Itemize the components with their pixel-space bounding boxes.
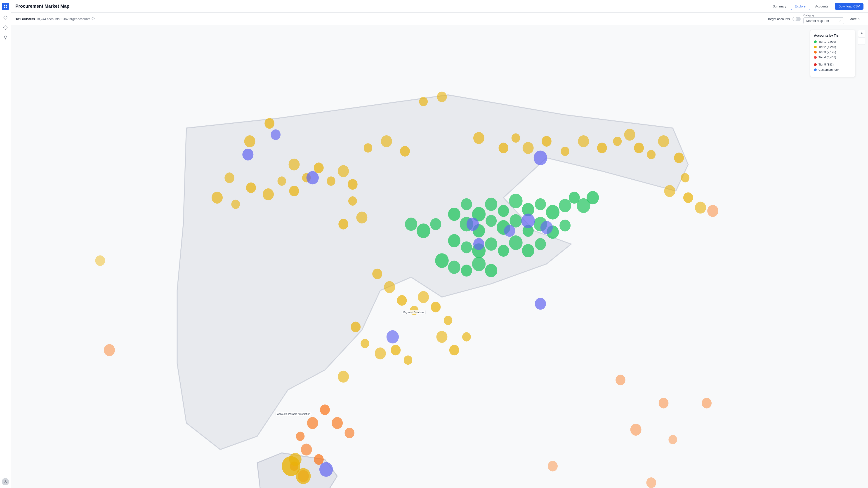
svg-rect-0 (4, 5, 5, 6)
svg-rect-2 (4, 6, 5, 8)
scatter-plot[interactable] (11, 25, 326, 183)
app-logo[interactable] (2, 3, 9, 10)
subheader: 131 clusters 18,244 accounts • 984 targe… (11, 13, 326, 25)
svg-rect-1 (5, 5, 7, 6)
page-title: Procurement Market Map (16, 4, 326, 9)
svg-point-26 (314, 162, 324, 173)
map-canvas[interactable]: Payment Solutions Accounts Payable Autom… (11, 25, 326, 183)
cluster-info: 131 clusters 18,244 accounts • 984 targe… (16, 17, 326, 21)
sidebar-nav-compass[interactable] (1, 13, 9, 22)
svg-rect-3 (5, 6, 7, 8)
svg-point-4 (4, 16, 7, 20)
main-content: Payment Solutions Accounts Payable Autom… (11, 25, 326, 183)
sidebar-nav-bulb[interactable] (1, 33, 9, 41)
svg-point-25 (289, 159, 300, 170)
sidebar (0, 0, 11, 183)
header: Procurement Market Map Summary Explorer … (11, 0, 326, 13)
svg-point-15 (265, 118, 274, 129)
svg-point-17 (224, 172, 235, 183)
svg-point-16 (244, 135, 255, 147)
svg-marker-5 (4, 17, 6, 18)
svg-point-119 (242, 149, 253, 161)
info-icon[interactable] (92, 17, 95, 21)
cluster-count: 131 clusters (16, 17, 35, 21)
sidebar-nav-settings[interactable] (1, 24, 9, 32)
svg-point-6 (5, 27, 6, 28)
svg-point-121 (271, 129, 281, 140)
cluster-details: 18,244 accounts • 984 target accounts (36, 17, 90, 21)
